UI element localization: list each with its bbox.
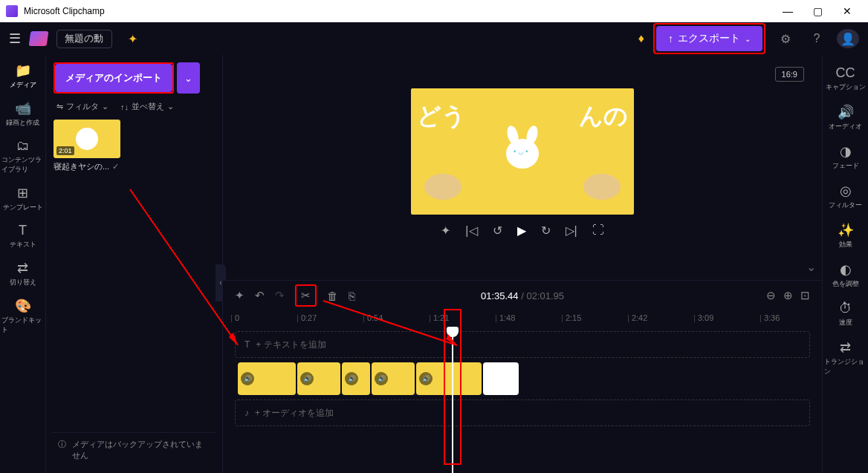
audio-track[interactable]: ♪ + オーディオを追加 [235,399,810,426]
sort-button[interactable]: ↑↓ 並べ替え ⌄ [120,101,174,112]
video-clip[interactable]: 🔊 [372,362,415,395]
import-dropdown-button[interactable]: ⌄ [177,62,200,94]
rnav-audio-icon: 🔊 [838,104,854,120]
hamburger-icon[interactable]: ☰ [9,30,21,47]
zoom-fit-button[interactable]: ⊡ [800,289,810,302]
video-preview[interactable]: どう んの • ◡ • [411,88,634,215]
fullscreen-button[interactable]: ⛶ [592,224,604,238]
ruler-tick: | 0:54 [363,313,383,322]
text-track[interactable]: T + テキストを追加 [235,331,810,358]
topbar: ☰ ✦ ♦ ↑ エクスポート ⌄ ⚙ ? 👤 [0,22,868,55]
ruler-tick: | 1:48 [495,313,515,322]
nav-transitions[interactable]: ⇄切り替え [0,255,45,292]
media-thumbnail[interactable]: 2:01 寝起きヤシの... ✓ [54,120,123,172]
export-label: エクスポート [678,32,740,45]
rnav-audio[interactable]: 🔊オーディオ [823,100,868,136]
ruler-tick: | 0 [230,313,239,322]
auto-enhance-button[interactable]: ✦ [235,289,244,302]
chevron-down-icon: ⌄ [745,35,751,43]
thumb-name: 寝起きヤシの... [54,161,109,172]
skip-end-button[interactable]: ▷| [566,224,577,238]
check-icon: ✓ [112,162,119,172]
delete-button[interactable]: 🗑 [327,290,338,302]
magic-icon[interactable]: ✦ [121,32,143,46]
ruler-tick: | 2:42 [627,313,647,322]
nav-text-icon: T [19,223,27,238]
project-title-input[interactable] [56,30,112,48]
minimize-button[interactable]: — [773,0,803,22]
ruler-tick: | 0:27 [297,313,317,322]
rnav-color[interactable]: ◐色を調整 [823,257,868,293]
filter-button[interactable]: ⇋ フィルタ ⌄ [56,101,108,112]
mute-icon[interactable]: 🔊 [345,372,358,385]
media-panel: メディアのインポート ⌄ ⇋ フィルタ ⌄ ↑↓ 並べ替え ⌄ 2:01 [46,55,223,473]
nav-brand-icon: 🎨 [15,298,31,314]
redo-button[interactable]: ↷ [275,289,285,302]
rnav-filter-icon: ◎ [840,183,852,199]
nav-text[interactable]: Tテキスト [0,218,45,254]
ruler-tick: | 3:36 [760,313,780,322]
rnav-transition-icon: ⇄ [840,339,851,356]
video-clip[interactable] [483,362,519,395]
info-icon: ⓘ [58,439,66,450]
duplicate-button[interactable]: ⎘ [349,290,355,302]
nav-transitions-icon: ⇄ [17,260,28,276]
video-clip[interactable]: 🔊 [238,362,296,395]
forward-button[interactable]: ↻ [541,224,551,238]
aspect-ratio-badge[interactable]: 16:9 [775,67,804,82]
settings-icon[interactable]: ⚙ [774,32,797,46]
account-icon[interactable]: 👤 [837,29,859,48]
rnav-color-icon: ◐ [840,261,852,278]
nav-templates[interactable]: ⊞テンプレート [0,180,45,217]
mute-icon[interactable]: 🔊 [375,372,388,385]
left-sidebar: 📁メディア📹録画と作成🗂コンテンツライブラリ⊞テンプレートTテキスト⇄切り替え🎨… [0,55,46,473]
nav-templates-icon: ⊞ [17,185,28,201]
nav-library-icon: 🗂 [16,138,30,154]
mute-icon[interactable]: 🔊 [419,372,433,385]
rnav-captions[interactable]: CCキャプション [823,61,868,97]
rnav-fade-icon: ◑ [840,143,852,160]
clipchamp-logo [29,31,49,46]
maximize-button[interactable]: ▢ [803,0,832,22]
close-button[interactable]: ✕ [832,0,862,22]
upload-icon: ↑ [668,33,673,45]
nav-media[interactable]: 📁メディア [0,58,45,94]
nav-media-icon: 📁 [15,62,31,79]
nav-record[interactable]: 📹録画と作成 [0,96,45,132]
chevron-down-icon: ⌄ [167,102,174,111]
import-media-button[interactable]: メディアのインポート [55,64,172,92]
collapse-preview-button[interactable]: ⌄ [806,260,816,274]
zoom-out-button[interactable]: ⊖ [766,289,776,302]
mute-icon[interactable]: 🔊 [300,372,314,385]
video-clip[interactable]: 🔊 [297,362,340,395]
rewind-button[interactable]: ↺ [493,224,502,238]
rnav-fade[interactable]: ◑フェード [823,139,868,175]
rnav-effects-icon: ✨ [838,222,854,238]
undo-button[interactable]: ↶ [255,289,265,302]
rnav-filter[interactable]: ◎フィルター [823,178,868,215]
skip-start-button[interactable]: |◁ [465,224,477,238]
video-clip[interactable]: 🔊 [342,362,370,395]
zoom-in-button[interactable]: ⊕ [783,289,793,302]
preview-area: 16:9 どう んの • ◡ • ✦ |◁ ↺ ▶ ↻ ▷| ⛶ [223,55,822,280]
titlebar: Microsoft Clipchamp — ▢ ✕ [0,0,868,22]
help-icon[interactable]: ? [806,32,828,45]
right-sidebar: CCキャプション🔊オーディオ◑フェード◎フィルター✨効果◐色を調整⏱速度⇄トラン… [822,55,868,473]
nav-brand[interactable]: 🎨ブランドキット [0,293,45,339]
rnav-speed[interactable]: ⏱速度 [823,296,868,332]
mute-icon[interactable]: 🔊 [241,372,254,385]
total-duration: 02:01.95 [526,290,564,301]
nav-record-icon: 📹 [15,100,31,117]
play-button[interactable]: ▶ [517,224,526,238]
export-button[interactable]: ↑ エクスポート ⌄ [656,26,762,51]
backup-warning: ⓘ メディアはバックアップされていません [52,432,216,467]
rnav-transition[interactable]: ⇄トランジション [823,335,868,381]
video-track[interactable]: 🔊 🔊 🔊 🔊 🔊 [235,362,810,395]
split-button[interactable]: ✂ [295,284,317,307]
premium-icon[interactable]: ♦ [638,32,644,45]
rnav-effects[interactable]: ✨効果 [823,218,868,254]
timeline: ✦ ↶ ↷ ✂ 🗑 ⎘ 01:35.44 / 02:01.95 ⊖ ⊕ ⊡ | … [223,280,822,473]
enhance-icon[interactable]: ✦ [441,224,450,238]
nav-library[interactable]: 🗂コンテンツライブラリ [0,134,45,179]
timeline-ruler[interactable]: | 0| 0:27| 0:54| 1:21| 1:48| 2:15| 2:42|… [223,310,822,328]
